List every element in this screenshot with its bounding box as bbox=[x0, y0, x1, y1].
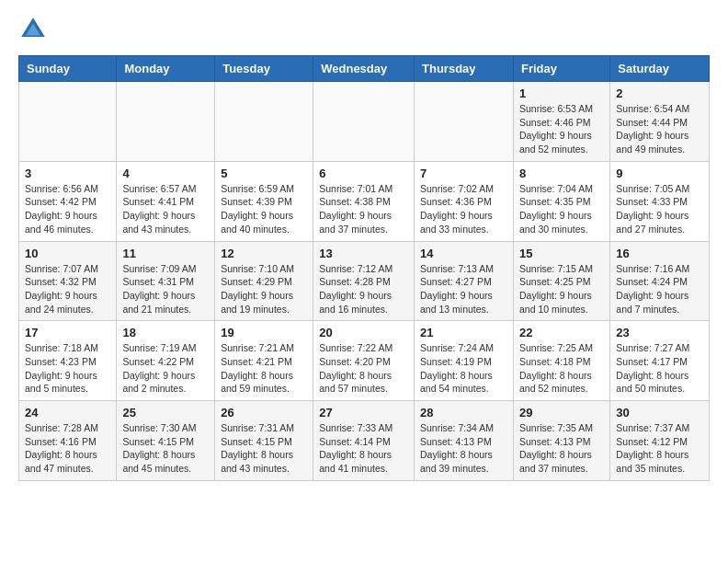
day-cell: 26Sunrise: 7:31 AM Sunset: 4:15 PM Dayli… bbox=[215, 401, 313, 481]
day-cell: 14Sunrise: 7:13 AM Sunset: 4:27 PM Dayli… bbox=[415, 241, 514, 321]
header bbox=[18, 15, 710, 44]
day-number: 10 bbox=[25, 247, 110, 260]
day-info: Sunrise: 7:30 AM Sunset: 4:15 PM Dayligh… bbox=[122, 421, 209, 476]
day-number: 13 bbox=[319, 247, 408, 260]
day-info: Sunrise: 7:13 AM Sunset: 4:27 PM Dayligh… bbox=[420, 262, 507, 316]
day-cell: 4Sunrise: 6:57 AM Sunset: 4:41 PM Daylig… bbox=[117, 161, 215, 241]
day-info: Sunrise: 7:37 AM Sunset: 4:12 PM Dayligh… bbox=[616, 421, 703, 476]
day-cell: 12Sunrise: 7:10 AM Sunset: 4:29 PM Dayli… bbox=[215, 241, 313, 321]
day-number: 28 bbox=[420, 406, 507, 419]
day-cell: 25Sunrise: 7:30 AM Sunset: 4:15 PM Dayli… bbox=[117, 401, 215, 481]
day-info: Sunrise: 6:59 AM Sunset: 4:39 PM Dayligh… bbox=[221, 182, 307, 236]
day-number: 1 bbox=[519, 86, 604, 100]
day-number: 24 bbox=[25, 406, 110, 419]
day-info: Sunrise: 7:18 AM Sunset: 4:23 PM Dayligh… bbox=[25, 341, 110, 396]
day-info: Sunrise: 7:35 AM Sunset: 4:13 PM Dayligh… bbox=[519, 421, 604, 476]
day-cell: 22Sunrise: 7:25 AM Sunset: 4:18 PM Dayli… bbox=[513, 321, 609, 401]
day-info: Sunrise: 7:09 AM Sunset: 4:31 PM Dayligh… bbox=[122, 262, 209, 316]
day-number: 27 bbox=[319, 406, 408, 419]
day-info: Sunrise: 7:33 AM Sunset: 4:14 PM Dayligh… bbox=[319, 421, 408, 476]
day-info: Sunrise: 7:15 AM Sunset: 4:25 PM Dayligh… bbox=[519, 262, 604, 316]
day-number: 12 bbox=[221, 247, 307, 260]
day-info: Sunrise: 7:01 AM Sunset: 4:38 PM Dayligh… bbox=[319, 182, 408, 236]
day-number: 22 bbox=[519, 326, 604, 339]
day-cell: 3Sunrise: 6:56 AM Sunset: 4:42 PM Daylig… bbox=[19, 161, 117, 241]
day-info: Sunrise: 7:04 AM Sunset: 4:35 PM Dayligh… bbox=[519, 182, 604, 236]
page: SundayMondayTuesdayWednesdayThursdayFrid… bbox=[0, 0, 728, 500]
day-cell: 21Sunrise: 7:24 AM Sunset: 4:19 PM Dayli… bbox=[415, 321, 514, 401]
day-cell bbox=[19, 82, 117, 162]
day-info: Sunrise: 6:54 AM Sunset: 4:44 PM Dayligh… bbox=[616, 102, 703, 156]
day-number: 8 bbox=[519, 167, 604, 180]
day-cell: 5Sunrise: 6:59 AM Sunset: 4:39 PM Daylig… bbox=[215, 161, 313, 241]
day-cell: 30Sunrise: 7:37 AM Sunset: 4:12 PM Dayli… bbox=[610, 401, 710, 481]
day-number: 29 bbox=[519, 406, 604, 419]
day-cell: 11Sunrise: 7:09 AM Sunset: 4:31 PM Dayli… bbox=[117, 241, 215, 321]
day-cell: 8Sunrise: 7:04 AM Sunset: 4:35 PM Daylig… bbox=[513, 161, 609, 241]
day-info: Sunrise: 7:21 AM Sunset: 4:21 PM Dayligh… bbox=[221, 341, 307, 396]
day-info: Sunrise: 7:05 AM Sunset: 4:33 PM Dayligh… bbox=[616, 182, 703, 236]
header-thursday: Thursday bbox=[415, 56, 514, 82]
day-number: 19 bbox=[221, 326, 307, 339]
day-cell: 15Sunrise: 7:15 AM Sunset: 4:25 PM Dayli… bbox=[513, 241, 609, 321]
day-info: Sunrise: 7:34 AM Sunset: 4:13 PM Dayligh… bbox=[420, 421, 507, 476]
day-number: 23 bbox=[616, 326, 703, 339]
day-cell: 20Sunrise: 7:22 AM Sunset: 4:20 PM Dayli… bbox=[313, 321, 415, 401]
calendar-body: 1Sunrise: 6:53 AM Sunset: 4:46 PM Daylig… bbox=[19, 82, 710, 481]
day-cell: 27Sunrise: 7:33 AM Sunset: 4:14 PM Dayli… bbox=[313, 401, 415, 481]
day-cell bbox=[313, 82, 415, 162]
day-info: Sunrise: 7:25 AM Sunset: 4:18 PM Dayligh… bbox=[519, 341, 604, 396]
day-cell: 29Sunrise: 7:35 AM Sunset: 4:13 PM Dayli… bbox=[513, 401, 609, 481]
day-number: 15 bbox=[519, 247, 604, 260]
header-tuesday: Tuesday bbox=[215, 56, 313, 82]
day-info: Sunrise: 6:53 AM Sunset: 4:46 PM Dayligh… bbox=[519, 102, 604, 156]
week-row-2: 3Sunrise: 6:56 AM Sunset: 4:42 PM Daylig… bbox=[19, 161, 710, 241]
week-row-5: 24Sunrise: 7:28 AM Sunset: 4:16 PM Dayli… bbox=[19, 401, 710, 481]
day-cell: 24Sunrise: 7:28 AM Sunset: 4:16 PM Dayli… bbox=[19, 401, 117, 481]
day-cell: 28Sunrise: 7:34 AM Sunset: 4:13 PM Dayli… bbox=[415, 401, 514, 481]
logo-icon bbox=[18, 15, 48, 44]
header-wednesday: Wednesday bbox=[313, 56, 415, 82]
day-number: 21 bbox=[420, 326, 507, 339]
day-cell: 1Sunrise: 6:53 AM Sunset: 4:46 PM Daylig… bbox=[513, 82, 609, 162]
week-row-3: 10Sunrise: 7:07 AM Sunset: 4:32 PM Dayli… bbox=[19, 241, 710, 321]
day-number: 3 bbox=[25, 167, 110, 180]
day-info: Sunrise: 7:19 AM Sunset: 4:22 PM Dayligh… bbox=[122, 341, 209, 396]
day-number: 17 bbox=[25, 326, 110, 339]
day-cell: 13Sunrise: 7:12 AM Sunset: 4:28 PM Dayli… bbox=[313, 241, 415, 321]
day-number: 6 bbox=[319, 167, 408, 180]
day-number: 16 bbox=[616, 247, 703, 260]
day-cell: 18Sunrise: 7:19 AM Sunset: 4:22 PM Dayli… bbox=[117, 321, 215, 401]
day-number: 18 bbox=[122, 326, 209, 339]
day-number: 2 bbox=[616, 86, 703, 100]
day-info: Sunrise: 7:27 AM Sunset: 4:17 PM Dayligh… bbox=[616, 341, 703, 396]
day-info: Sunrise: 7:28 AM Sunset: 4:16 PM Dayligh… bbox=[25, 421, 110, 476]
header-saturday: Saturday bbox=[610, 56, 710, 82]
day-info: Sunrise: 7:02 AM Sunset: 4:36 PM Dayligh… bbox=[420, 182, 507, 236]
day-number: 7 bbox=[420, 167, 507, 180]
week-row-1: 1Sunrise: 6:53 AM Sunset: 4:46 PM Daylig… bbox=[19, 82, 710, 162]
week-row-4: 17Sunrise: 7:18 AM Sunset: 4:23 PM Dayli… bbox=[19, 321, 710, 401]
day-number: 14 bbox=[420, 247, 507, 260]
day-info: Sunrise: 7:10 AM Sunset: 4:29 PM Dayligh… bbox=[221, 262, 307, 316]
day-cell: 9Sunrise: 7:05 AM Sunset: 4:33 PM Daylig… bbox=[610, 161, 710, 241]
day-number: 20 bbox=[319, 326, 408, 339]
header-sunday: Sunday bbox=[19, 56, 117, 82]
day-info: Sunrise: 6:57 AM Sunset: 4:41 PM Dayligh… bbox=[122, 182, 209, 236]
day-number: 5 bbox=[221, 167, 307, 180]
day-cell: 7Sunrise: 7:02 AM Sunset: 4:36 PM Daylig… bbox=[415, 161, 514, 241]
day-number: 4 bbox=[122, 167, 209, 180]
day-info: Sunrise: 7:07 AM Sunset: 4:32 PM Dayligh… bbox=[25, 262, 110, 316]
day-cell: 6Sunrise: 7:01 AM Sunset: 4:38 PM Daylig… bbox=[313, 161, 415, 241]
day-info: Sunrise: 7:31 AM Sunset: 4:15 PM Dayligh… bbox=[221, 421, 307, 476]
day-number: 11 bbox=[122, 247, 209, 260]
day-info: Sunrise: 6:56 AM Sunset: 4:42 PM Dayligh… bbox=[25, 182, 110, 236]
day-cell: 17Sunrise: 7:18 AM Sunset: 4:23 PM Dayli… bbox=[19, 321, 117, 401]
day-info: Sunrise: 7:12 AM Sunset: 4:28 PM Dayligh… bbox=[319, 262, 408, 316]
header-friday: Friday bbox=[513, 56, 609, 82]
day-cell bbox=[117, 82, 215, 162]
day-cell: 19Sunrise: 7:21 AM Sunset: 4:21 PM Dayli… bbox=[215, 321, 313, 401]
day-number: 30 bbox=[616, 406, 703, 419]
day-info: Sunrise: 7:22 AM Sunset: 4:20 PM Dayligh… bbox=[319, 341, 408, 396]
day-cell: 2Sunrise: 6:54 AM Sunset: 4:44 PM Daylig… bbox=[610, 82, 710, 162]
